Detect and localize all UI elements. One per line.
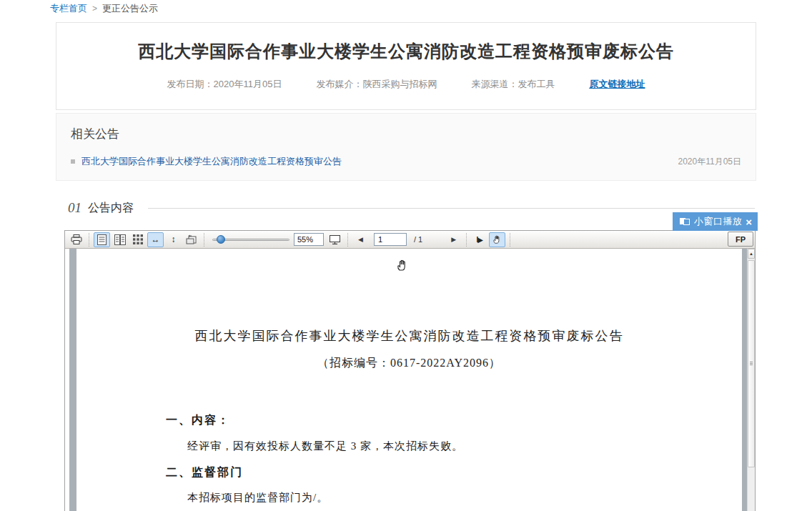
page-title: 西北大学国际合作事业大楼学生公寓消防改造工程资格预审废标公告 <box>56 40 756 63</box>
hand-tool-icon <box>492 234 502 245</box>
section-title: 公告内容 <box>88 201 134 216</box>
scrollbar-thumb[interactable] <box>748 260 755 467</box>
section-number: 01 <box>68 200 81 216</box>
previous-page-icon: ◀ <box>358 236 363 243</box>
next-page-button[interactable]: ▶ <box>445 232 462 247</box>
thumbnail-grid-icon <box>133 234 143 244</box>
scroll-up-button[interactable]: ▲ <box>748 249 755 259</box>
previous-page-button[interactable]: ◀ <box>352 232 369 247</box>
page-total-label: / 1 <box>414 235 422 244</box>
pdf-canvas[interactable]: 西北大学国际合作事业大楼学生公寓消防改造工程资格预审废标公告 （招标编号：061… <box>65 249 755 511</box>
source-channel-value: 发布工具 <box>518 79 555 89</box>
pdf-toolbar: ↔ ↕ <box>65 231 755 249</box>
related-announcement-link[interactable]: 西北大学国际合作事业大楼学生公寓消防改造工程资格预审公告 <box>81 155 342 168</box>
breadcrumb-home-link[interactable]: 专栏首页 <box>50 2 87 15</box>
document-paragraph: 本招标项目的监督部门为/。 <box>187 491 328 505</box>
breadcrumb: 专栏首页 > 更正公告公示 <box>50 2 158 15</box>
pdf-viewer: ↔ ↕ <box>64 230 756 511</box>
viewer-brand-button[interactable]: FP <box>728 232 753 247</box>
fullscreen-button[interactable] <box>327 232 343 247</box>
select-text-icon: I▶ <box>477 236 482 244</box>
document-bid-number: （招标编号：0617-2022AY2096） <box>76 356 742 371</box>
single-page-icon <box>97 234 107 245</box>
document-section-heading: 二、监督部门 <box>166 465 243 480</box>
rotate-icon <box>186 234 197 244</box>
small-window-play-label: 小窗口播放 <box>694 215 743 228</box>
document-paragraph: 经评审，因有效投标人数量不足 3 家，本次招标失败。 <box>187 440 463 453</box>
small-window-play-bar[interactable]: 小窗口播放 × <box>673 212 758 231</box>
rotate-page-button[interactable] <box>183 232 199 247</box>
vertical-scrollbar[interactable]: ▲ <box>747 249 755 511</box>
zoom-slider[interactable] <box>212 232 289 247</box>
page-number-input[interactable] <box>374 233 407 246</box>
related-announcement-date: 2020年11月05日 <box>678 156 742 168</box>
section-divider <box>148 208 755 209</box>
single-page-view-button[interactable] <box>94 232 110 247</box>
select-text-button[interactable]: I▶ <box>471 232 487 247</box>
fit-width-icon: ↔ <box>152 234 160 244</box>
publish-date-label: 发布日期： <box>167 79 214 89</box>
toolbar-separator <box>347 233 348 247</box>
toolbar-separator <box>204 233 204 247</box>
hand-tool-button[interactable] <box>489 232 505 247</box>
content-section-header: 01 公告内容 <box>68 200 755 216</box>
monitor-icon <box>330 235 340 244</box>
print-button[interactable] <box>68 232 84 247</box>
document-title: 西北大学国际合作事业大楼学生公寓消防改造工程资格预审废标公告 <box>76 327 742 344</box>
pdf-page[interactable]: 西北大学国际合作事业大楼学生公寓消防改造工程资格预审废标公告 （招标编号：061… <box>76 249 742 511</box>
publish-media-label: 发布媒介： <box>316 79 362 89</box>
popup-window-icon <box>680 217 690 226</box>
zoom-level-input[interactable] <box>294 233 324 246</box>
zoom-slider-knob[interactable] <box>217 235 225 244</box>
page: 专栏首页 > 更正公告公示 西北大学国际合作事业大楼学生公寓消防改造工程资格预审… <box>0 0 812 511</box>
hand-cursor-icon <box>395 257 410 273</box>
printer-icon <box>71 234 82 244</box>
list-item: 西北大学国际合作事业大楼学生公寓消防改造工程资格预审公告 2020年11月05日 <box>71 155 741 168</box>
fit-width-button[interactable]: ↔ <box>147 232 164 247</box>
toolbar-separator <box>510 233 510 247</box>
scrollbar-grip-icon <box>750 361 753 366</box>
announcement-meta: 发布日期：2020年11月05日 发布媒介：陕西采购与招标网 来源渠道：发布工具… <box>56 78 756 91</box>
bullet-icon <box>71 159 75 164</box>
publish-media-value: 陕西采购与招标网 <box>362 79 437 89</box>
toolbar-separator <box>466 233 467 247</box>
scroll-up-icon: ▲ <box>749 252 753 256</box>
facing-pages-icon <box>114 234 126 245</box>
original-link[interactable]: 原文链接地址 <box>589 78 645 91</box>
source-channel-label: 来源渠道： <box>471 79 518 89</box>
breadcrumb-current: 更正公告公示 <box>102 2 158 15</box>
announcement-header-card: 西北大学国际合作事业大楼学生公寓消防改造工程资格预审废标公告 发布日期：2020… <box>56 22 756 110</box>
publish-date-value: 2020年11月05日 <box>214 79 282 89</box>
toolbar-separator <box>89 233 89 247</box>
publish-date: 发布日期：2020年11月05日 <box>167 78 282 91</box>
related-announcements-card: 相关公告 西北大学国际合作事业大楼学生公寓消防改造工程资格预审公告 2020年1… <box>56 113 756 181</box>
breadcrumb-separator: > <box>92 4 97 14</box>
publish-media: 发布媒介：陕西采购与招标网 <box>316 78 437 91</box>
document-section-heading: 一、内容： <box>166 413 230 428</box>
fit-height-icon: ↕ <box>172 234 176 244</box>
source-channel: 来源渠道：发布工具 <box>471 78 555 91</box>
next-page-icon: ▶ <box>451 236 456 243</box>
facing-pages-view-button[interactable] <box>112 232 128 247</box>
thumbnail-grid-view-button[interactable] <box>129 232 146 247</box>
fit-height-button[interactable]: ↕ <box>165 232 182 247</box>
close-icon[interactable]: × <box>746 217 752 227</box>
pdf-pasteboard: 西北大学国际合作事业大楼学生公寓消防改造工程资格预审废标公告 （招标编号：061… <box>69 249 747 511</box>
related-title: 相关公告 <box>71 126 119 142</box>
